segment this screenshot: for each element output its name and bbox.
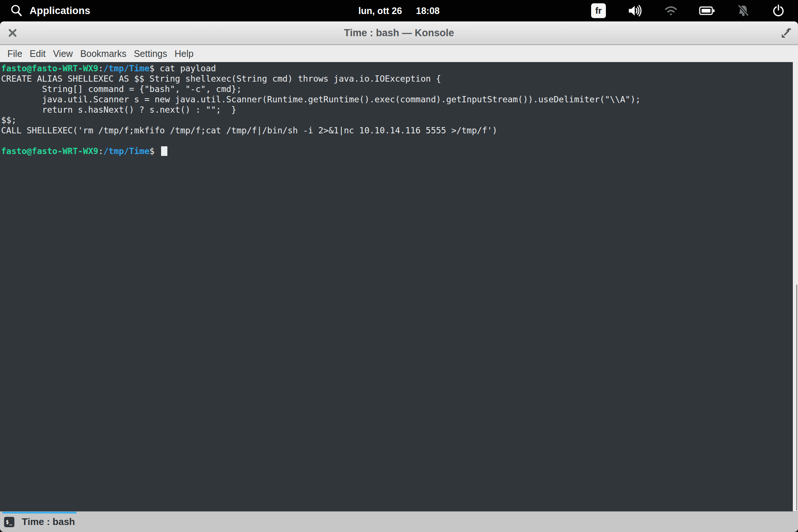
tab-time-bash[interactable]: $_ Time : bash	[0, 512, 75, 532]
menu-bookmarks[interactable]: Bookmarks	[76, 48, 130, 59]
menu-file[interactable]: File	[4, 48, 26, 59]
terminal-line: CALL SHELLEXEC('rm /tmp/f;mkfifo /tmp/f;…	[1, 125, 792, 136]
panel-date[interactable]: lun, ott 26	[358, 6, 402, 16]
tab-bar: $_ Time : bash	[0, 511, 798, 532]
keyboard-layout-badge[interactable]: fr	[591, 3, 606, 18]
menu-settings[interactable]: Settings	[130, 48, 171, 59]
terminal-line: java.util.Scanner s = new java.util.Scan…	[1, 94, 792, 105]
top-panel: Applications lun, ott 26 18:08 fr	[0, 0, 798, 21]
terminal-line: String[] command = {"bash", "-c", cmd};	[1, 84, 792, 94]
system-tray: fr	[591, 3, 798, 18]
panel-time[interactable]: 18:08	[416, 6, 440, 16]
search-icon	[10, 4, 24, 18]
notifications-muted-icon[interactable]	[736, 3, 751, 18]
terminal-line: fasto@fasto-WRT-WX9:/tmp/Time$	[1, 146, 792, 156]
menu-edit[interactable]: Edit	[26, 48, 49, 59]
konsole-window: Time : bash — Konsole File Edit View Boo…	[0, 21, 798, 532]
power-icon[interactable]	[771, 4, 785, 18]
terminal-line: CREATE ALIAS SHELLEXEC AS $$ String shel…	[1, 74, 792, 84]
terminal-tab-icon: $_	[4, 517, 14, 527]
terminal-line: return s.hasNext() ? s.next() : ""; }	[1, 105, 792, 115]
menubar: File Edit View Bookmarks Settings Help	[0, 45, 798, 62]
window-title: Time : bash — Konsole	[0, 27, 798, 39]
menu-view[interactable]: View	[49, 48, 76, 59]
terminal-area[interactable]: fasto@fasto-WRT-WX9:/tmp/Time$ cat paylo…	[0, 62, 798, 511]
menu-help[interactable]: Help	[171, 48, 197, 59]
terminal-line: fasto@fasto-WRT-WX9:/tmp/Time$ cat paylo…	[1, 63, 792, 74]
wifi-icon[interactable]	[664, 4, 678, 17]
terminal-line: $$;	[1, 115, 792, 125]
applications-menu[interactable]: Applications	[0, 4, 90, 18]
battery-icon[interactable]	[699, 5, 715, 17]
terminal-line	[1, 136, 792, 146]
tab-label: Time : bash	[22, 516, 75, 528]
terminal-output: fasto@fasto-WRT-WX9:/tmp/Time$ cat paylo…	[1, 63, 792, 156]
titlebar[interactable]: Time : bash — Konsole	[0, 21, 798, 45]
scrollbar[interactable]	[793, 62, 798, 511]
applications-label[interactable]: Applications	[30, 5, 90, 17]
volume-icon[interactable]	[627, 3, 643, 18]
terminal-cursor	[161, 146, 167, 156]
active-tab-indicator	[2, 512, 76, 514]
scrollbar-thumb[interactable]	[796, 284, 797, 511]
